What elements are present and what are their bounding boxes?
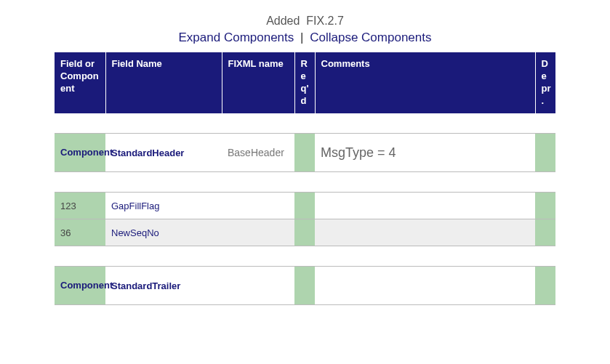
table-header-row: Field or Component Field Name FIXML name… <box>55 52 555 113</box>
fields-table: Field or Component Field Name FIXML name… <box>55 52 555 305</box>
field-name: NewSeqNo <box>111 227 159 238</box>
table-row: 123 GapFillFlag <box>55 193 555 219</box>
fixml-name: BaseHeader <box>228 147 284 158</box>
col-comments: Comments <box>315 52 535 113</box>
table-row: 36 NewSeqNo <box>55 219 555 246</box>
row-type-label: Component <box>60 280 113 291</box>
added-version: FIX.2.7 <box>306 15 344 27</box>
field-name: StandardHeader <box>111 147 184 158</box>
expand-components-link[interactable]: Expand Components <box>179 31 294 44</box>
component-controls: Expand Components | Collapse Components <box>55 31 555 45</box>
col-fixml-name: FIXML name <box>222 52 294 113</box>
field-tag: 36 <box>60 227 71 238</box>
field-name: GapFillFlag <box>111 201 159 211</box>
col-field-or-component: Field or Component <box>55 52 105 113</box>
collapse-components-link[interactable]: Collapse Components <box>310 31 431 44</box>
field-tag: 123 <box>60 201 76 211</box>
table-row: Component StandardHeader BaseHeader MsgT… <box>55 134 555 172</box>
comments-value: MsgType = 4 <box>321 145 396 161</box>
col-reqd: Req'd <box>294 52 315 113</box>
added-line: Added FIX.2.7 <box>55 15 555 28</box>
field-name: StandardTrailer <box>111 280 180 291</box>
row-type-label: Component <box>60 147 113 158</box>
col-depr: Depr. <box>535 52 555 113</box>
added-prefix: Added <box>266 15 300 27</box>
controls-separator: | <box>297 31 306 44</box>
table-row: Component StandardTrailer <box>55 267 555 305</box>
col-field-name: Field Name <box>105 52 222 113</box>
